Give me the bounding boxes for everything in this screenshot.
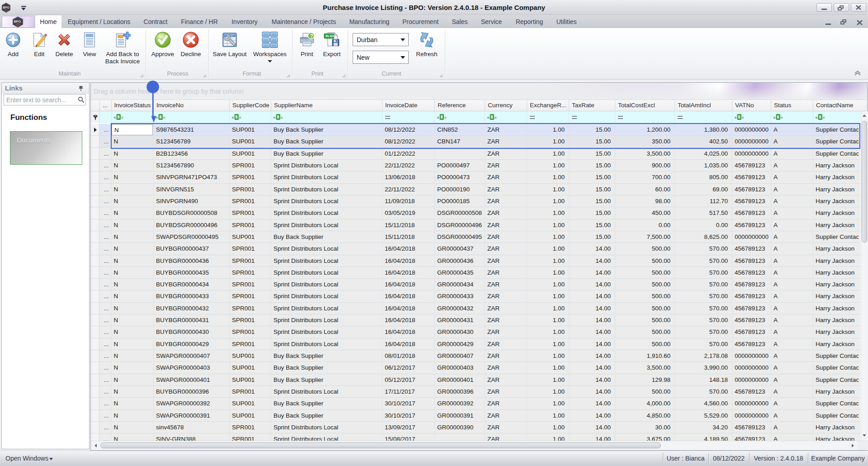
svg-text:a: a (274, 115, 276, 119)
svg-text:c: c (781, 115, 783, 119)
svg-text:BPO: BPO (14, 20, 21, 23)
svg-text:c: c (163, 115, 165, 119)
svg-text:c: c (444, 115, 447, 119)
svg-text:a: a (816, 115, 818, 119)
svg-text:a: a (232, 115, 234, 119)
svg-text:XLSX: XLSX (325, 34, 335, 38)
svg-text:c: c (823, 115, 825, 119)
svg-text:a: a (487, 115, 490, 119)
svg-text:a: a (735, 115, 737, 119)
svg-text:c: c (121, 115, 123, 119)
svg-text:c: c (239, 115, 241, 119)
svg-text:a: a (774, 115, 776, 119)
svg-text:c: c (495, 115, 497, 119)
svg-text:c: c (742, 115, 744, 119)
svg-text:c: c (281, 115, 283, 119)
svg-text:?: ? (310, 33, 313, 39)
svg-text:a: a (437, 115, 439, 119)
svg-text:a: a (114, 115, 116, 119)
